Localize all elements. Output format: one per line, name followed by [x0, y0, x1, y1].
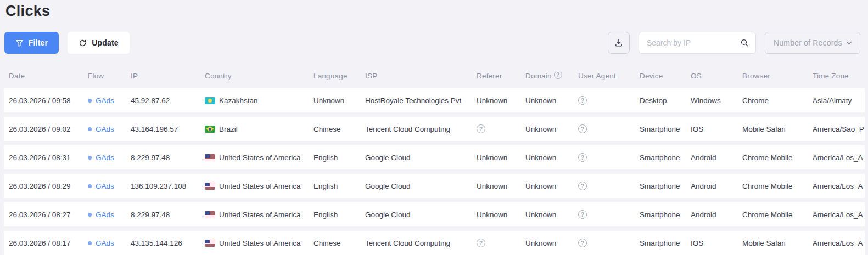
- flow-link[interactable]: GAds: [96, 182, 114, 190]
- time-zone-cell: America/Los_A: [813, 239, 868, 247]
- country-cell: United States of America: [205, 239, 313, 247]
- isp-cell: Google Cloud: [365, 182, 477, 190]
- flow-dot-icon: [88, 184, 92, 188]
- referer-question-icon[interactable]: ?: [477, 124, 485, 133]
- ip-cell: 8.229.97.48: [131, 211, 205, 219]
- os-cell: Android: [691, 182, 742, 190]
- isp-cell: Tencent Cloud Computing: [365, 125, 477, 133]
- isp-cell: HostRoyale Technologies Pvt: [365, 97, 477, 105]
- ip-cell: 45.92.87.62: [131, 97, 205, 105]
- column-header-device: Device: [640, 72, 691, 80]
- browser-cell: Chrome: [742, 97, 813, 105]
- update-button[interactable]: Update: [68, 32, 130, 54]
- domain-cell: Unknown: [525, 154, 578, 162]
- flow-link[interactable]: GAds: [96, 97, 114, 105]
- user-agent-question-icon[interactable]: ?: [578, 210, 587, 219]
- domain-help-icon[interactable]: ?: [554, 72, 562, 79]
- country-cell: Kazakhstan: [205, 97, 313, 105]
- refresh-icon: [79, 39, 87, 47]
- os-cell: IOS: [691, 239, 742, 247]
- search-by-ip-box: [639, 32, 756, 54]
- country-flag-icon: [205, 240, 215, 247]
- ip-cell: 136.109.237.108: [131, 182, 205, 190]
- column-header-domain: Domain ?: [525, 72, 578, 80]
- column-header-language: Language: [313, 72, 365, 80]
- flow-link[interactable]: GAds: [96, 239, 114, 247]
- table-row: 26.03.2026 / 08:29 GAds 136.109.237.108 …: [4, 174, 865, 198]
- flow-cell: GAds: [88, 97, 131, 105]
- user-agent-cell: ?: [578, 124, 640, 133]
- language-cell: English: [313, 211, 365, 219]
- isp-cell: Tencent Cloud Computing: [365, 239, 477, 247]
- country-cell: United States of America: [205, 211, 313, 219]
- flow-link[interactable]: GAds: [96, 125, 114, 133]
- table-row: 26.03.2026 / 08:17 GAds 43.135.144.126 U…: [4, 231, 865, 255]
- flow-link[interactable]: GAds: [96, 211, 114, 219]
- country-cell: United States of America: [205, 182, 313, 190]
- flow-cell: GAds: [88, 125, 131, 133]
- browser-cell: Chrome Mobile: [742, 182, 813, 190]
- search-input[interactable]: [647, 38, 740, 47]
- flow-dot-icon: [88, 99, 92, 103]
- chevron-down-icon: [845, 39, 853, 47]
- language-cell: Chinese: [313, 239, 365, 247]
- country-name: United States of America: [219, 182, 301, 190]
- user-agent-question-icon[interactable]: ?: [578, 153, 587, 162]
- flow-dot-icon: [88, 127, 92, 131]
- flow-dot-icon: [88, 213, 92, 217]
- page-title: Clicks: [5, 3, 50, 20]
- toolbar-right-group: Number of Records: [608, 32, 860, 54]
- filter-button[interactable]: Filter: [4, 32, 59, 54]
- flow-link[interactable]: GAds: [96, 154, 114, 162]
- device-cell: Desktop: [640, 97, 691, 105]
- user-agent-cell: ?: [578, 153, 640, 162]
- update-button-label: Update: [92, 38, 119, 47]
- search-icon[interactable]: [740, 38, 749, 47]
- browser-cell: Mobile Safari: [742, 239, 813, 247]
- flow-dot-icon: [88, 241, 92, 245]
- date-cell: 26.03.2026 / 08:27: [9, 211, 88, 219]
- time-zone-cell: America/Los_A: [813, 211, 868, 219]
- referer-cell: Unknown: [477, 154, 525, 162]
- referer-cell: Unknown: [477, 182, 525, 190]
- date-cell: 26.03.2026 / 09:58: [9, 97, 88, 105]
- user-agent-question-icon[interactable]: ?: [578, 239, 587, 247]
- column-header-os: OS: [691, 72, 742, 80]
- os-cell: Android: [691, 154, 742, 162]
- language-cell: Chinese: [313, 125, 365, 133]
- device-cell: Smartphone: [640, 182, 691, 190]
- browser-cell: Chrome Mobile: [742, 211, 813, 219]
- column-header-ip: IP: [131, 72, 205, 80]
- ip-cell: 8.229.97.48: [131, 154, 205, 162]
- table-row: 26.03.2026 / 08:27 GAds 8.229.97.48 Unit…: [4, 202, 865, 226]
- referer-cell: ?: [477, 239, 525, 247]
- os-cell: Windows: [691, 97, 742, 105]
- browser-cell: Chrome Mobile: [742, 154, 813, 162]
- country-cell: United States of America: [205, 154, 313, 162]
- ip-cell: 43.164.196.57: [131, 125, 205, 133]
- country-flag-icon: [205, 154, 215, 161]
- referer-question-icon[interactable]: ?: [477, 239, 485, 247]
- os-cell: IOS: [691, 125, 742, 133]
- download-button[interactable]: [608, 32, 630, 54]
- flow-cell: GAds: [88, 239, 131, 247]
- column-header-time-zone: Time Zone: [813, 72, 868, 80]
- flow-dot-icon: [88, 156, 92, 160]
- country-name: United States of America: [219, 154, 301, 162]
- language-cell: English: [313, 154, 365, 162]
- isp-cell: Google Cloud: [365, 211, 477, 219]
- date-cell: 26.03.2026 / 08:29: [9, 182, 88, 190]
- user-agent-question-icon[interactable]: ?: [578, 124, 587, 133]
- user-agent-question-icon[interactable]: ?: [578, 182, 587, 190]
- column-header-isp: ISP: [365, 72, 477, 80]
- time-zone-cell: Asia/Almaty: [813, 97, 868, 105]
- table-row: 26.03.2026 / 08:31 GAds 8.229.97.48 Unit…: [4, 145, 865, 169]
- user-agent-question-icon[interactable]: ?: [578, 96, 587, 105]
- country-name: Brazil: [219, 125, 238, 133]
- country-flag-icon: [205, 126, 215, 133]
- records-select-label: Number of Records: [774, 38, 842, 47]
- number-of-records-select[interactable]: Number of Records: [765, 32, 860, 54]
- date-cell: 26.03.2026 / 08:17: [9, 239, 88, 247]
- column-header-browser: Browser: [742, 72, 813, 80]
- os-cell: Android: [691, 211, 742, 219]
